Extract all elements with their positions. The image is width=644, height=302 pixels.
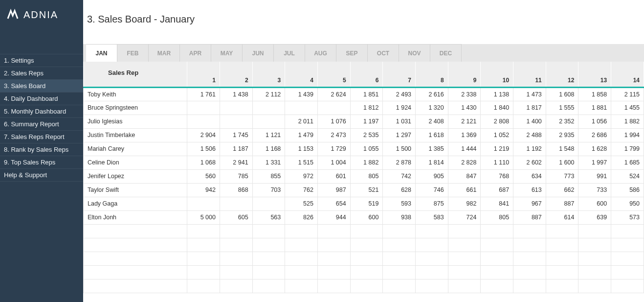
data-cell[interactable]: 613 [513,183,546,197]
empty-cell[interactable] [187,238,220,252]
empty-cell[interactable] [317,279,350,293]
data-cell[interactable]: 1 685 [611,156,644,169]
data-cell[interactable]: 1 473 [513,87,546,101]
data-cell[interactable]: 1 729 [317,142,350,156]
data-cell[interactable]: 887 [546,197,578,210]
empty-cell[interactable] [285,265,318,279]
empty-cell[interactable] [546,265,578,279]
data-cell[interactable]: 762 [285,183,318,197]
empty-cell[interactable] [448,279,481,293]
empty-cell[interactable] [611,252,644,265]
empty-cell[interactable] [481,265,513,279]
empty-cell[interactable] [383,238,416,252]
data-cell[interactable]: 2 602 [513,156,546,169]
empty-cell[interactable] [481,252,513,265]
data-cell[interactable]: 742 [383,169,416,183]
data-cell[interactable]: 805 [350,169,383,183]
tab-jan[interactable]: JAN [86,44,117,62]
table-container[interactable]: Sales Rep1234567891011121314 Toby Keith1… [83,62,644,302]
empty-cell[interactable] [513,265,546,279]
empty-cell[interactable] [611,238,644,252]
data-cell[interactable]: 600 [350,210,383,224]
data-cell[interactable]: 1 197 [350,115,383,128]
empty-cell[interactable] [220,224,252,238]
data-cell[interactable]: 1 187 [220,142,252,156]
data-cell[interactable]: 525 [285,197,318,210]
empty-cell[interactable] [416,252,448,265]
data-cell[interactable]: 2 828 [448,156,481,169]
data-cell[interactable] [285,101,318,115]
data-cell[interactable]: 1 500 [383,142,416,156]
data-cell[interactable]: 1 997 [578,156,611,169]
empty-cell[interactable] [611,279,644,293]
empty-cell[interactable] [187,279,220,293]
tab-oct[interactable]: OCT [368,44,399,62]
sidebar-item-1[interactable]: 2. Sales Reps [0,67,83,79]
data-cell[interactable]: 1 858 [578,87,611,101]
empty-cell[interactable] [350,224,383,238]
data-cell[interactable]: 2 112 [252,87,285,101]
data-cell[interactable] [252,115,285,128]
rep-name-cell[interactable]: Celine Dion [84,156,187,169]
rep-name-cell[interactable]: Jenifer Lopez [84,169,187,183]
data-cell[interactable]: 2 535 [350,128,383,142]
data-cell[interactable]: 2 115 [611,87,644,101]
data-cell[interactable]: 724 [448,210,481,224]
rep-name-cell[interactable]: Bruce Springsteen [84,101,187,115]
data-cell[interactable]: 1 840 [481,101,513,115]
empty-cell[interactable] [187,265,220,279]
empty-cell[interactable] [611,224,644,238]
data-cell[interactable]: 2 408 [416,115,448,128]
data-cell[interactable]: 2 352 [546,115,578,128]
tab-mar[interactable]: MAR [149,44,180,62]
data-cell[interactable]: 1 745 [220,128,252,142]
rep-name-cell[interactable]: Toby Keith [84,87,187,101]
data-cell[interactable]: 1 515 [285,156,318,169]
empty-cell[interactable] [84,252,187,265]
data-cell[interactable]: 938 [383,210,416,224]
empty-cell[interactable] [252,238,285,252]
data-cell[interactable]: 1 192 [513,142,546,156]
data-cell[interactable]: 1 219 [481,142,513,156]
data-cell[interactable]: 519 [350,197,383,210]
rep-name-cell[interactable]: Taylor Swift [84,183,187,197]
data-cell[interactable]: 5 000 [187,210,220,224]
empty-cell[interactable] [220,252,252,265]
empty-cell[interactable] [448,224,481,238]
data-cell[interactable]: 687 [481,183,513,197]
empty-cell[interactable] [317,224,350,238]
data-cell[interactable]: 1 400 [513,115,546,128]
data-cell[interactable]: 1 817 [513,101,546,115]
data-cell[interactable]: 1 331 [252,156,285,169]
empty-cell[interactable] [187,224,220,238]
data-cell[interactable]: 991 [578,169,611,183]
empty-cell[interactable] [481,224,513,238]
data-cell[interactable]: 628 [383,183,416,197]
data-cell[interactable]: 661 [448,183,481,197]
empty-cell[interactable] [578,238,611,252]
rep-name-cell[interactable]: Lady Gaga [84,197,187,210]
data-cell[interactable]: 887 [513,210,546,224]
empty-cell[interactable] [546,238,578,252]
data-cell[interactable]: 1 068 [187,156,220,169]
empty-cell[interactable] [252,265,285,279]
data-cell[interactable]: 987 [317,183,350,197]
data-cell[interactable]: 1 814 [416,156,448,169]
empty-cell[interactable] [285,252,318,265]
rep-name-cell[interactable]: Justin Timberlake [84,128,187,142]
data-cell[interactable]: 841 [481,197,513,210]
data-cell[interactable]: 2 935 [546,128,578,142]
data-cell[interactable]: 1 628 [578,142,611,156]
empty-cell[interactable] [383,265,416,279]
empty-cell[interactable] [383,224,416,238]
empty-cell[interactable] [416,279,448,293]
empty-cell[interactable] [84,238,187,252]
data-cell[interactable]: 1 052 [481,128,513,142]
empty-cell[interactable] [416,238,448,252]
empty-cell[interactable] [546,252,578,265]
data-cell[interactable]: 563 [252,210,285,224]
data-cell[interactable]: 942 [187,183,220,197]
empty-cell[interactable] [84,279,187,293]
empty-cell[interactable] [546,224,578,238]
empty-cell[interactable] [285,224,318,238]
